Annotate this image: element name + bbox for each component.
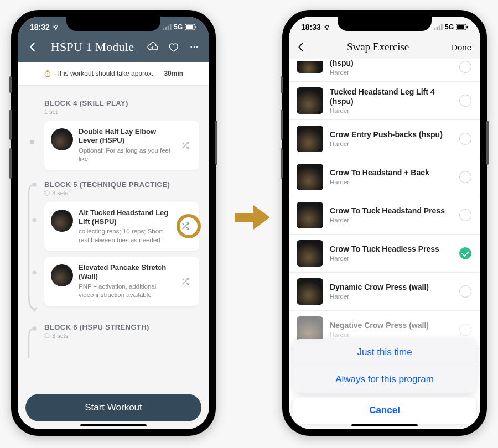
exercise-desc: collecting reps; 10 reps; Short rest bet…: [79, 227, 173, 244]
more-icon: [189, 42, 199, 52]
svg-rect-6: [195, 25, 196, 28]
svg-point-13: [33, 270, 37, 274]
workout-content[interactable]: BLOCK 4 (SKILL PLAY) 1 set Double Half L…: [18, 86, 209, 424]
screen-left: 18:32 5G HSPU 1 Module: [18, 17, 209, 429]
side-button: [9, 110, 12, 140]
exercise-thumb: [297, 240, 323, 267]
side-button: [281, 148, 283, 179]
side-button: [281, 76, 283, 93]
exercise-title: Double Half Lay Elbow Lever (HSPU): [79, 127, 173, 145]
radio-select[interactable]: [459, 324, 471, 336]
block-path-icon: [27, 181, 40, 314]
sheet-cancel[interactable]: Cancel: [293, 397, 476, 424]
radio-select[interactable]: [459, 95, 471, 107]
swap-item-sub: Harder: [330, 255, 453, 262]
swap-item[interactable]: Crow Entry Push-backs (hspu)Harder: [289, 120, 480, 158]
svg-rect-16: [437, 27, 438, 30]
side-button: [486, 121, 489, 165]
phone-right: 18:33 5G Swap Exercise Done (hspu)Harder…: [282, 10, 487, 436]
radio-select[interactable]: [459, 133, 471, 145]
block-sets: 3 sets: [44, 332, 199, 339]
back-button[interactable]: [27, 41, 39, 53]
swap-item[interactable]: Crow To Tuck Headstand PressHarder: [289, 196, 480, 235]
signal-icon: [163, 24, 172, 30]
block-6: BLOCK 6 (HSPU STRENGTH) 3 sets: [18, 312, 209, 345]
radio-select[interactable]: [459, 209, 471, 221]
radio-select[interactable]: [459, 247, 471, 259]
swap-item-title: Crow To Tuck Headless Press: [330, 244, 453, 254]
notch: [66, 17, 160, 31]
back-button[interactable]: [298, 42, 304, 52]
repeat-icon: [44, 190, 50, 196]
swap-item[interactable]: Crow To Headstand + BackHarder: [289, 158, 480, 196]
svg-point-8: [194, 46, 195, 48]
signal-icon: [434, 24, 443, 30]
swap-button[interactable]: [178, 138, 193, 153]
duration-text: This workout should take approx.: [56, 70, 153, 77]
sheet-always-program[interactable]: Always for this program: [293, 366, 476, 393]
exercise-card[interactable]: Alt Tucked Headstand Leg Lift (HSPU) col…: [44, 202, 199, 252]
svg-point-9: [196, 46, 198, 48]
svg-point-11: [32, 183, 37, 187]
swap-item-title: Crow To Headstand + Back: [330, 168, 453, 178]
swap-item-sub: Harder: [330, 140, 453, 147]
svg-rect-1: [165, 27, 167, 30]
swap-item-sub: Harder: [330, 69, 453, 76]
home-indicator[interactable]: [80, 424, 147, 426]
download-button[interactable]: [146, 41, 158, 53]
duration-value: 30min: [164, 70, 183, 77]
swap-button[interactable]: [178, 219, 193, 233]
chevron-left-icon: [298, 42, 304, 52]
home-indicator[interactable]: [351, 424, 418, 426]
exercise-thumb: [297, 87, 323, 114]
swap-item-title: Tucked Headstand Leg Lift 4 (hspu): [330, 87, 453, 106]
svg-point-14: [32, 326, 37, 331]
swap-item-title: Crow Entry Push-backs (hspu): [330, 130, 453, 139]
radio-select[interactable]: [459, 285, 471, 298]
swap-item[interactable]: Crow To Tuck Headless PressHarder: [289, 235, 480, 273]
swap-button[interactable]: [178, 274, 193, 289]
swap-item[interactable]: Tucked Headstand Leg Lift 4 (hspu)Harder: [289, 82, 480, 120]
exercise-thumb: [297, 61, 323, 73]
swap-item-sub: Harder: [330, 331, 453, 338]
block-title: BLOCK 4 (SKILL PLAY): [44, 99, 199, 107]
swap-item-title: Dynamic Crow Press (wall): [330, 283, 453, 292]
shuffle-icon: [181, 277, 190, 286]
exercise-card[interactable]: Double Half Lay Elbow Lever (HSPU) Optio…: [44, 121, 199, 170]
page-title: HSPU 1 Module: [51, 40, 134, 54]
done-button[interactable]: Done: [452, 43, 471, 52]
exercise-thumb: [51, 128, 73, 150]
phone-left: 18:32 5G HSPU 1 Module: [11, 10, 216, 436]
svg-rect-5: [186, 25, 193, 28]
screen-right: 18:33 5G Swap Exercise Done (hspu)Harder…: [289, 17, 480, 429]
swap-item[interactable]: (hspu)Harder: [289, 59, 480, 82]
block-path: [28, 113, 39, 170]
exercise-card[interactable]: Elevated Pancake Stretch (Wall) PNF + ac…: [44, 257, 199, 306]
exercise-thumb: [297, 164, 323, 190]
action-sheet: Just this time Always for this program C…: [293, 339, 476, 424]
side-button: [281, 110, 283, 140]
exercise-thumb: [297, 126, 323, 152]
favorite-button[interactable]: [167, 41, 179, 53]
radio-select[interactable]: [459, 61, 471, 73]
svg-rect-20: [457, 25, 464, 28]
status-network: 5G: [174, 23, 183, 31]
radio-select[interactable]: [459, 171, 471, 183]
location-icon: [52, 24, 59, 30]
duration-bar: This workout should take approx. 30min: [18, 62, 209, 86]
stopwatch-icon: [44, 70, 51, 77]
svg-rect-21: [466, 25, 468, 28]
swap-item-sub: Harder: [330, 293, 453, 300]
exercise-title: Alt Tucked Headstand Leg Lift (HSPU): [79, 209, 173, 227]
exercise-thumb: [297, 278, 323, 305]
block-sets: 3 sets: [44, 190, 199, 196]
svg-rect-18: [441, 24, 443, 30]
sheet-just-this-time[interactable]: Just this time: [293, 339, 476, 366]
start-workout-button[interactable]: Start Workout: [25, 394, 201, 421]
svg-rect-15: [434, 28, 435, 30]
svg-point-12: [33, 218, 37, 222]
chevron-left-icon: [29, 42, 37, 52]
more-button[interactable]: [188, 41, 200, 53]
side-button: [215, 121, 217, 165]
swap-item[interactable]: Dynamic Crow Press (wall)Harder: [289, 273, 480, 311]
